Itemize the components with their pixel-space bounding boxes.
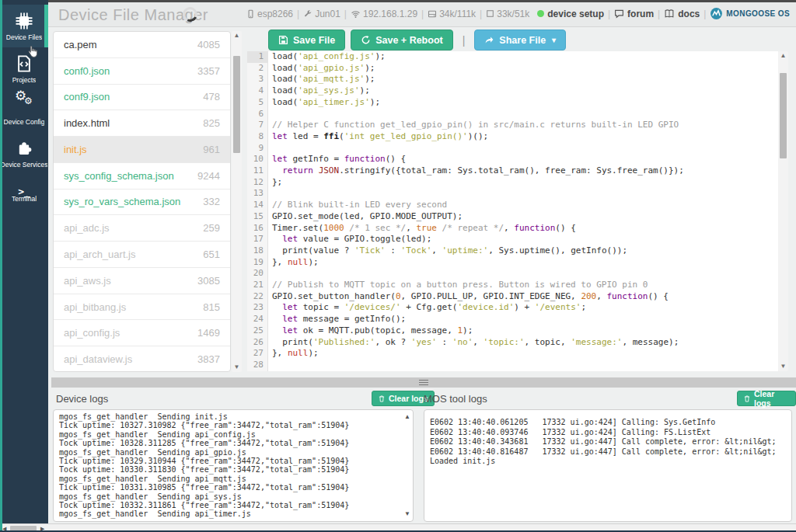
- sidebar-item-label: Device Services: [1, 161, 48, 169]
- nav-link-docs[interactable]: docs: [664, 9, 700, 19]
- file-list-scrollbar[interactable]: ▲ ▼: [232, 31, 242, 372]
- file-row[interactable]: sys_ro_vars_schema.json332: [54, 190, 230, 216]
- file-row[interactable]: init.js961: [54, 137, 230, 163]
- share-icon: [484, 35, 494, 45]
- code-editor[interactable]: 1234567891011121314151617181920212223242…: [247, 51, 778, 371]
- line-number: 9: [247, 143, 267, 155]
- nav-link-forum[interactable]: forum: [614, 9, 654, 19]
- log-line: Tock uptime: 10330.311830 {"free_ram":34…: [59, 465, 402, 474]
- separator: |: [297, 9, 299, 19]
- status-flash: 34k/111k: [439, 9, 476, 19]
- sidebar-item-projects[interactable]: Projects: [0, 47, 48, 90]
- code-line: load('api_sys.js');: [268, 85, 778, 97]
- line-number: 18: [247, 245, 267, 257]
- reboot-icon: [361, 35, 371, 45]
- scroll-up-icon[interactable]: ▲: [232, 31, 242, 40]
- logs-splitter[interactable]: [51, 377, 796, 388]
- disk-icon: [428, 9, 437, 19]
- file-size: 3357: [197, 65, 220, 77]
- status-bar: esp8266|Jun01|192.168.1.29|34k/111k|33k/…: [246, 2, 790, 25]
- code-line: [268, 188, 778, 200]
- code-line: print('Published:', ok ? 'yes' : 'no', '…: [268, 337, 778, 349]
- file-row[interactable]: api_adc.js259: [54, 215, 230, 242]
- save-icon: [278, 35, 288, 45]
- log-line: E0602 13:40:40.061205 17332 ui.go:424] C…: [430, 418, 780, 428]
- sidebar-item-label: Device Files: [6, 33, 42, 41]
- clear-mos-logs-button[interactable]: Clear logs: [737, 391, 796, 406]
- window-left-accent: [0, 0, 2, 532]
- scroll-down-icon[interactable]: ▼: [232, 363, 242, 372]
- file-size: 3837: [197, 353, 220, 365]
- code-line: let message = getInfo();: [268, 314, 778, 325]
- scroll-down-icon[interactable]: ▼: [404, 511, 410, 517]
- log-line: mgos_fs_get_handler Sending api_config.j…: [59, 430, 402, 439]
- save-reboot-button[interactable]: Save + Reboot: [351, 30, 453, 50]
- sidebar-item-device-files[interactable]: Device Files: [0, 5, 48, 47]
- file-row[interactable]: ca.pem4085: [54, 32, 230, 58]
- share-file-label: Share File: [499, 35, 546, 46]
- code-line: GPIO.set_mode(led, GPIO.MODE_OUTPUT);: [268, 211, 778, 223]
- file-row[interactable]: api_config.js1469: [54, 320, 230, 346]
- scrollbar-thumb[interactable]: [780, 73, 787, 158]
- save-reboot-label: Save + Reboot: [375, 35, 443, 46]
- log-line: Tick uptime: 10331.310985 {"free_ram":34…: [59, 483, 402, 492]
- log-line: mgos_fs_get_handler Sending api_gpio.js: [59, 448, 402, 457]
- save-file-label: Save File: [293, 35, 335, 46]
- file-row[interactable]: api_arch_uart.js651: [54, 242, 230, 268]
- share-file-button[interactable]: Share File ▾: [474, 30, 566, 50]
- scroll-up-icon[interactable]: ▲: [778, 51, 788, 61]
- wifi-icon: [351, 9, 361, 19]
- sidebar-item-device-config[interactable]: ⚙⚙Device Config: [0, 90, 48, 133]
- log-line: mgos_fs_get_handler Sending api_mqtt.js: [59, 475, 402, 483]
- save-file-button[interactable]: Save File: [268, 30, 345, 50]
- scroll-up-icon[interactable]: ▲: [404, 414, 410, 420]
- file-row[interactable]: sys_config_schema.json9244: [54, 163, 230, 190]
- log-line: E0602 13:40:40.816487 17332 ui.go:447] C…: [430, 447, 780, 457]
- file-size: 259: [203, 222, 220, 234]
- separator: |: [608, 9, 610, 19]
- file-row[interactable]: index.html825: [54, 110, 230, 137]
- code-line: // Blink built-in LED every second: [268, 200, 778, 211]
- brand-link[interactable]: MONGOOSE OS: [710, 7, 790, 20]
- code-line: Timer.set(1000 /* 1 sec */, true /* repe…: [268, 223, 778, 235]
- code-line: let topic = '/devices/' + Cfg.get('devic…: [268, 302, 778, 314]
- mos-logs-title: MOS tool logs: [424, 393, 487, 405]
- file-name: conf0.json: [64, 65, 110, 77]
- line-number: 22: [247, 291, 267, 303]
- line-number: 13: [247, 188, 267, 200]
- clear-logs-label: Clear logs: [389, 394, 428, 403]
- code-line: load('api_timer.js');: [268, 97, 778, 109]
- code-line: GPIO.set_button_handler(0, GPIO.PULL_UP,…: [268, 291, 778, 303]
- line-number: 2: [247, 63, 267, 75]
- editor-scrollbar[interactable]: ▲ ▼: [778, 51, 788, 371]
- code-line: print(value ? 'Tick' : 'Tock', 'uptime:'…: [268, 245, 778, 257]
- file-name: api_aws.js: [64, 275, 111, 287]
- line-number: 10: [247, 154, 267, 165]
- scrollbar-thumb[interactable]: [233, 56, 240, 153]
- code-line: // Publish to MQTT topic on a button pre…: [268, 280, 778, 291]
- file-row[interactable]: conf9.json478: [54, 85, 230, 111]
- file-row[interactable]: api_aws.js3085: [54, 268, 230, 294]
- file-row[interactable]: conf0.json3357: [54, 58, 230, 85]
- green-dot-icon: [537, 10, 544, 17]
- log-line: E0602 13:40:40.093746 17332 ui.go:424] C…: [430, 428, 780, 438]
- code-line: load('api_config.js');: [268, 51, 778, 63]
- line-number: 14: [247, 200, 267, 211]
- editor-gutter: 1234567891011121314151617181920212223242…: [247, 51, 268, 371]
- code-line: }, null);: [268, 348, 778, 360]
- nav-link-device-setup[interactable]: device setup: [537, 9, 604, 19]
- sidebar-item-terminal[interactable]: >_Terminal: [0, 176, 48, 218]
- hand-cursor-icon: [26, 45, 40, 63]
- scroll-down-icon[interactable]: ▼: [778, 362, 788, 371]
- code-line: }, null);: [268, 257, 778, 269]
- line-number: 11: [247, 165, 267, 177]
- code-line: [268, 268, 778, 280]
- line-number: 7: [247, 120, 267, 131]
- code-line: [268, 143, 778, 155]
- line-number: 21: [247, 280, 267, 291]
- separator: |: [703, 9, 706, 19]
- mobile-icon: [246, 9, 255, 19]
- file-row[interactable]: api_dataview.js3837: [54, 346, 230, 372]
- sidebar-item-device-services[interactable]: Device Services: [0, 133, 48, 176]
- file-row[interactable]: api_bitbang.js815: [54, 294, 230, 321]
